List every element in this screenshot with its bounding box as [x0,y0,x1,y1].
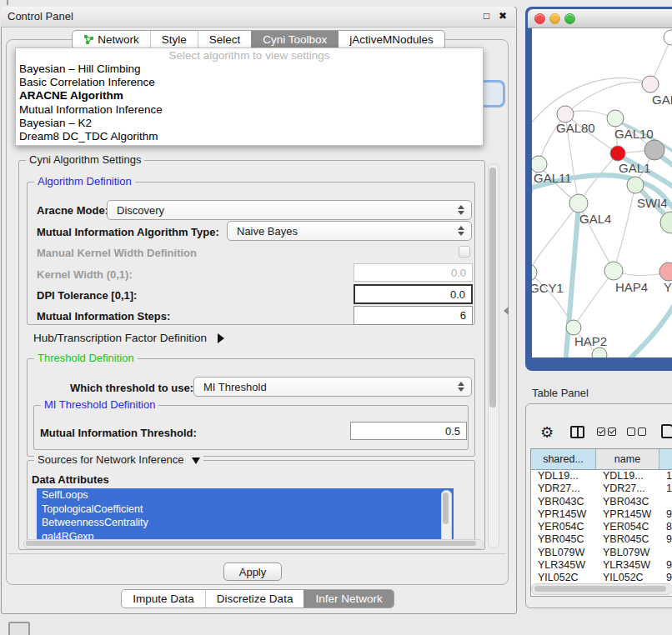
network-node-y[interactable] [659,262,672,281]
column-header-shared-[interactable]: shared... [531,449,596,470]
control-panel-tab-row: NetworkStyleSelectCyni ToolboxjActiveMNo… [0,30,517,49]
document-icon[interactable] [661,424,672,438]
algorithm-option[interactable]: Bayesian – Hill Climbing [16,62,483,76]
settings-vertical-scrollbar[interactable] [488,163,499,548]
traffic-light-minimize-icon[interactable] [549,13,560,24]
tab-cyni-toolbox[interactable]: Cyni Toolbox [251,31,338,48]
network-node[interactable] [592,348,607,358]
attributes-horizontal-scrollbar[interactable] [23,539,484,549]
network-edge[interactable] [614,185,635,271]
network-node-gal10[interactable] [607,110,624,127]
table-row[interactable]: YLR345WYLR345W9. [531,559,672,572]
float-panel-icon[interactable]: □ [484,10,489,22]
traffic-light-zoom-icon[interactable] [564,13,575,24]
tab-infer-network[interactable]: Infer Network [303,590,393,608]
table-row[interactable]: YDL19...YDL19...13 [531,470,672,482]
tab-select[interactable]: Select [198,31,252,48]
table-cell [659,496,672,508]
table-cell: YDL19... [596,470,659,482]
network-node[interactable] [644,140,664,160]
attribute-item[interactable]: SelfLoops [37,488,454,502]
column-header-a[interactable]: A [659,449,672,470]
network-canvas[interactable]: GALGAL80GAL10GAL1GAL11SWI4GAL4GCY1HAP4YH… [532,28,672,358]
data-attributes-label: Data Attributes [32,473,109,486]
dpi-tolerance-field[interactable]: 0.0 [354,284,473,304]
attributes-scrollbar-thumb[interactable] [443,492,449,524]
network-node-label: GAL80 [556,121,595,135]
hub-definition-section[interactable]: Hub/Transcription Factor Definition [33,332,224,344]
close-icon[interactable]: ✖ [499,10,507,22]
aracne-mode-label: Aracne Mode: [37,204,108,217]
which-threshold-select[interactable]: MI Threshold [193,377,472,397]
algorithm-option[interactable]: Mutual Information Inference [16,103,483,117]
network-canvas-svg: GALGAL80GAL10GAL1GAL11SWI4GAL4GCY1HAP4YH… [532,28,672,358]
kernel-width-field[interactable]: 0.0 [354,263,473,282]
algorithm-option[interactable]: Dream8 DC_TDC Algorithm [16,130,483,143]
apply-button[interactable]: Apply [223,562,282,581]
table-row[interactable]: YBR045CYBR045C9. [531,533,672,546]
unchecked-box-icon [638,428,646,436]
tab-style[interactable]: Style [150,31,198,48]
tab-impute-data[interactable]: Impute Data [122,590,205,608]
settings-scrollbar-thumb[interactable] [489,168,496,408]
divider-collapse-icon[interactable] [504,307,509,315]
algorithm-option[interactable]: Basic Correlation Inference [16,76,483,89]
select-all-columns-icon[interactable] [597,428,616,436]
network-node-gal[interactable] [642,76,659,92]
network-node-gal4[interactable] [569,194,588,212]
table-cell: YPR145W [596,508,659,521]
mi-steps-label: Mutual Information Steps: [37,310,170,322]
data-attributes-list[interactable]: SelfLoopsTopologicalCoefficientBetweenne… [37,488,454,543]
table-row[interactable]: YDR27...YDR27...12 [531,482,672,495]
attribute-item[interactable]: BetweennessCentrality [37,516,454,530]
attributes-vertical-scrollbar[interactable] [441,490,452,543]
deselect-all-columns-icon[interactable] [627,428,646,436]
column-header-name[interactable]: name [596,449,659,470]
expanded-disclosure-icon[interactable] [192,458,200,464]
network-edge[interactable] [624,303,672,358]
aracne-mode-select[interactable]: Discovery [107,200,472,220]
network-node-hap4[interactable] [604,262,623,280]
tab-label: Impute Data [133,592,194,605]
table-horizontal-scrollbar[interactable] [531,583,672,595]
checked-box-icon [597,428,605,436]
tab-label: Discretize Data [217,592,293,605]
mi-threshold-field[interactable]: 0.5 [350,422,467,440]
split-columns-icon[interactable] [570,426,584,438]
control-panel-title: Control Panel [8,10,73,22]
table-row[interactable]: YBR043CYBR043C [531,496,672,508]
attribute-item[interactable]: TopologicalCoefficient [37,502,454,517]
table-row[interactable]: YPR145WYPR145W9. [531,508,672,521]
table-hscrollbar-thumb[interactable] [534,586,666,592]
bottom-tabs: Impute DataDiscretize DataInfer Network [121,589,394,608]
gear-icon[interactable]: ⚙ [540,423,554,442]
network-edge[interactable] [574,271,614,328]
network-node-gal11[interactable] [532,156,547,172]
network-node[interactable] [664,30,672,45]
traffic-light-close-icon[interactable] [534,13,545,24]
algorithm-option[interactable]: ARACNE Algorithm [16,89,483,102]
tab-label: Cyni Toolbox [263,33,327,46]
network-node-gal1[interactable] [610,146,625,161]
mi-steps-field[interactable]: 6 [354,306,473,325]
manual-kernel-width-checkbox[interactable] [459,246,470,258]
mi-algorithm-type-label: Mutual Information Algorithm Type: [37,226,219,238]
app-screen: Control Panel □ ✖ NetworkStyleSelectCyni… [0,0,672,635]
table-cell: YLR345W [531,559,596,572]
tab-discretize-data[interactable]: Discretize Data [205,590,304,608]
attributes-hscrollbar-thumb[interactable] [26,541,476,546]
table-row[interactable]: YBL079WYBL079W [531,547,672,559]
network-node-hap2[interactable] [566,320,581,335]
tab-network[interactable]: Network [73,31,150,48]
tab-jactivemnodules[interactable]: jActiveMNodules [338,31,444,48]
mi-algorithm-type-select[interactable]: Naive Bayes [227,221,472,241]
collapsed-disclosure-icon[interactable] [218,333,224,343]
network-node-swi4[interactable] [627,177,644,193]
corner-grip[interactable] [8,622,30,635]
algorithm-option[interactable]: Bayesian – K2 [16,117,483,130]
dpi-tolerance-label: DPI Tolerance [0,1]: [37,289,137,302]
table-cell: 13 [659,470,672,482]
table-row[interactable]: YER054CYER054C8. [531,521,672,533]
table-cell: YER054C [531,521,596,533]
network-node-gal80[interactable] [557,106,574,122]
